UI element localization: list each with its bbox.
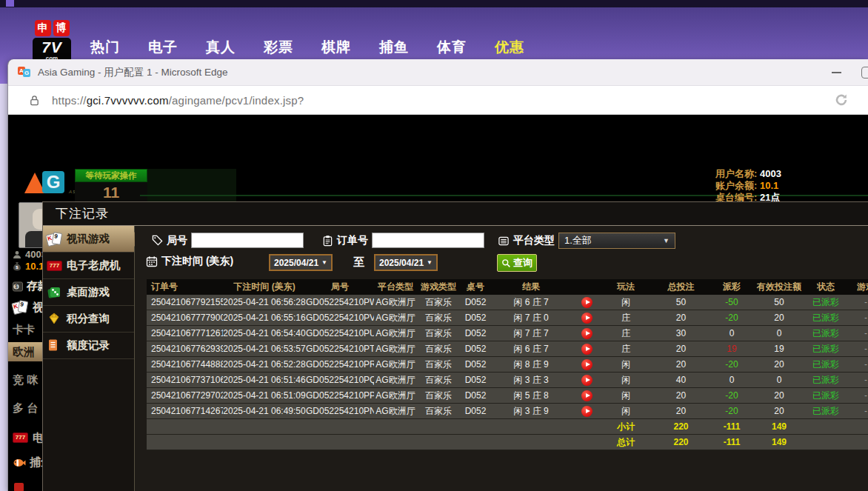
refresh-pinwheel-icon[interactable]	[834, 93, 849, 107]
column-header: 游戏	[844, 281, 868, 293]
table-cell: -	[844, 297, 868, 307]
play-video-icon[interactable]	[581, 390, 592, 401]
sidebar-item-slot-machine[interactable]: 777 电子老虎机	[43, 253, 134, 279]
desktop-top-strip	[0, 0, 868, 7]
order-number-label: 订单号	[337, 234, 368, 247]
nav-item-sports[interactable]: 体育	[437, 38, 467, 57]
nav-item-lottery[interactable]: 彩票	[264, 38, 293, 57]
minimize-button[interactable]	[832, 72, 841, 73]
table-cell: 百家乐	[417, 358, 460, 371]
lobby-arcade-icon[interactable]	[14, 483, 24, 491]
table-cell: -	[844, 328, 868, 338]
table-cell: 闲 8 庄 9	[491, 358, 571, 371]
table-cell: 20	[650, 313, 712, 323]
countdown-timer: 11	[75, 182, 147, 203]
modal-content: 局号 订单号 平台类型 1.全部 ▼	[135, 226, 868, 491]
table-cell	[571, 312, 602, 323]
table-row: 2504210677297022025-04-21 06:51:09GD0522…	[147, 388, 868, 404]
sidebar-item-video-games[interactable]: K9 视讯游戏	[43, 226, 134, 253]
round-number-label: 局号	[167, 234, 187, 247]
table-cell: -111	[712, 437, 751, 447]
table-cell: D052	[460, 297, 491, 307]
table-cell: AG欧洲厅	[374, 390, 417, 402]
table-cell: 20	[650, 359, 712, 370]
site-logo[interactable]: 申 博 7V com	[33, 20, 71, 63]
table-cell: -20	[712, 390, 751, 401]
table-row: 2504210677629392025-04-21 06:53:57GD0522…	[147, 341, 868, 357]
ag-favicon: AG	[18, 67, 30, 78]
table-cell: 已派彩	[807, 296, 844, 309]
table-cell: 220	[650, 421, 712, 432]
nav-item-boardgames[interactable]: 棋牌	[321, 38, 351, 57]
table-cell: GD052254210PQ	[306, 375, 374, 385]
order-number-input[interactable]	[372, 233, 484, 248]
nav-item-slots[interactable]: 电子	[148, 38, 178, 57]
game-page-content: G ASIA GAMING 等待玩家操作 11 用户名称: 4003 账户余额:…	[8, 115, 868, 491]
date-to-select[interactable]: 2025/04/21 ▼	[374, 254, 438, 271]
site-nav-menu: 热门 电子 真人 彩票 棋牌 捕鱼 体育 优惠	[90, 38, 524, 57]
round-number-input[interactable]	[191, 233, 304, 248]
table-cell: 19	[712, 344, 751, 354]
table-cell: 250421067792155	[147, 297, 223, 307]
column-header: 派彩	[712, 281, 751, 293]
table-cell: -	[844, 359, 868, 370]
document-icon	[47, 338, 63, 353]
table-cell: AG欧洲厅	[374, 312, 417, 324]
logo-char-shen: 申	[35, 20, 51, 36]
table-cell: 149	[751, 437, 807, 447]
table-cell: 2025-04-21 06:51:09	[223, 390, 306, 401]
balance-value: 10.1	[760, 180, 778, 191]
table-cell: 250421067729702	[147, 390, 223, 401]
table-cell: 已派彩	[807, 312, 844, 324]
fish-icon	[13, 458, 26, 468]
platform-type-label: 平台类型	[513, 234, 555, 247]
sidebar-item-table-games[interactable]: 桌面游戏	[43, 279, 134, 306]
play-video-icon[interactable]	[581, 328, 592, 339]
table-cell: 闲	[602, 405, 650, 418]
play-video-icon[interactable]	[581, 375, 592, 386]
play-video-icon[interactable]	[581, 313, 592, 324]
address-bar[interactable]: https://gci.7vvvvvv.com/agingame/pcv1/in…	[8, 86, 868, 115]
table-cell: 2025-04-21 06:53:57	[223, 344, 306, 354]
table-cell: 20	[650, 390, 712, 401]
table-cell: 2025-04-21 06:55:16	[223, 313, 306, 323]
play-video-icon[interactable]	[581, 359, 592, 370]
video-table-strip	[147, 169, 236, 203]
url-scheme: https://	[52, 94, 87, 107]
play-video-icon[interactable]	[581, 344, 592, 355]
search-button[interactable]: 查询	[497, 254, 537, 272]
table-cell: AG欧洲厅	[374, 343, 417, 355]
diamond-icon	[47, 312, 63, 327]
table-cell: 百家乐	[417, 327, 460, 340]
table-cell: 已派彩	[807, 327, 844, 340]
table-cell: 250421067771261	[147, 328, 223, 338]
table-cell: D052	[460, 328, 491, 338]
date-range-to-label: 至	[353, 255, 364, 270]
slot-777-icon: 777	[13, 430, 29, 445]
table-cell: -	[844, 390, 868, 401]
table-cell	[571, 296, 602, 307]
url-text[interactable]: https://gci.7vvvvvv.com/agingame/pcv1/in…	[52, 94, 304, 107]
sidebar-item-points-query[interactable]: 积分查询	[43, 306, 134, 333]
nav-item-promo[interactable]: 优惠	[495, 38, 524, 57]
table-cell: 20	[751, 313, 807, 323]
table-cell: 0	[712, 375, 751, 385]
window-title-bar[interactable]: AG Asia Gaming - 用户配置 1 - Microsoft Edge	[8, 59, 868, 86]
table-cell: AG欧洲厅	[374, 358, 417, 371]
calendar-icon	[146, 255, 158, 267]
date-from-select[interactable]: 2025/04/21 ▼	[269, 254, 333, 271]
column-header: 平台类型	[374, 281, 417, 293]
play-video-icon[interactable]	[581, 297, 592, 308]
table-cell: 20	[751, 359, 807, 370]
maximize-button[interactable]	[861, 67, 868, 79]
column-header: 结果	[491, 281, 571, 293]
total-row: 总计220-111149	[147, 435, 868, 450]
nav-item-fishing[interactable]: 捕鱼	[379, 38, 409, 57]
nav-item-live[interactable]: 真人	[206, 38, 236, 57]
cards-icon: K9	[13, 300, 29, 315]
sidebar-item-credit-records[interactable]: 额度记录	[43, 333, 134, 359]
nav-item-hot[interactable]: 热门	[90, 38, 120, 57]
platform-type-select[interactable]: 1.全部 ▼	[558, 233, 675, 249]
date-to-value: 2025/04/21	[379, 258, 424, 268]
play-video-icon[interactable]	[581, 406, 592, 417]
